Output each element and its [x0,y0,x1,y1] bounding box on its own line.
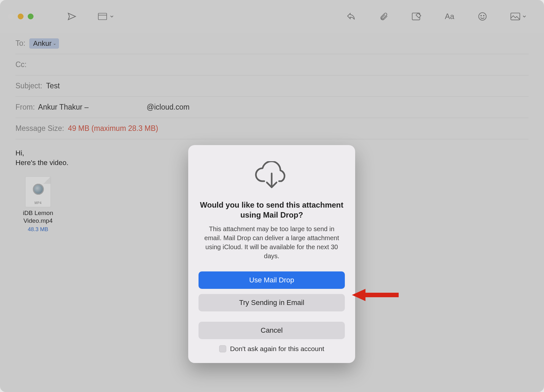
subject-label: Subject: [15,82,42,90]
svg-point-5 [483,15,484,16]
reply-icon [346,12,356,21]
attachment-item[interactable]: MP4 iDB Lemon Video.mp4 48.3 MB [15,176,61,233]
cc-row[interactable]: Cc: [15,54,529,75]
from-row[interactable]: From: Ankur Thakur – @icloud.com [15,97,529,118]
window-controls [8,14,34,19]
to-recipient-name: Ankur [33,39,52,48]
minimize-window-button[interactable] [18,14,24,19]
subject-row[interactable]: Subject: Test [15,75,529,97]
send-icon [67,12,77,21]
emoji-button[interactable] [473,9,492,24]
attachment-size: 48.3 MB [15,226,61,233]
dont-ask-label: Don't ask again for this account [230,345,324,353]
dialog-message: This attachment may be too large to send… [199,224,345,260]
chevron-down-icon [110,12,114,21]
compose-window: Aa To: Ankur ⌄ [0,0,544,392]
markup-icon [412,12,422,21]
dialog-title: Would you like to send this attachment u… [199,200,345,220]
from-label: From: [15,103,35,112]
svg-point-3 [479,13,486,20]
to-row[interactable]: To: Ankur ⌄ [15,33,529,54]
dont-ask-again-row[interactable]: Don't ask again for this account [199,345,345,353]
from-domain: @icloud.com [147,103,189,112]
header-fields-menu[interactable] [93,9,119,24]
annotation-arrow [352,287,400,304]
format-button[interactable]: Aa [440,9,459,24]
mail-drop-dialog: Would you like to send this attachment u… [188,145,355,363]
svg-rect-0 [98,13,107,20]
to-label: To: [15,39,25,48]
chevron-down-icon: ⌄ [53,41,56,46]
maximize-window-button[interactable] [28,14,34,19]
header-fields-icon [98,12,108,21]
use-mail-drop-button[interactable]: Use Mail Drop [199,271,345,289]
cancel-button[interactable]: Cancel [199,322,345,339]
chevron-down-icon [522,12,527,21]
subject-value: Test [46,82,60,90]
format-text-icon: Aa [445,12,454,21]
toolbar: Aa [0,0,544,33]
insert-photo-button[interactable] [506,9,531,24]
attachment-filename: iDB Lemon Video.mp4 [15,209,61,225]
photo-icon [510,12,520,21]
markup-button[interactable] [407,9,426,24]
to-recipient-chip[interactable]: Ankur ⌄ [29,38,59,49]
attachment-thumbnail: MP4 [25,176,51,207]
try-sending-email-button[interactable]: Try Sending in Email [199,294,345,311]
svg-point-4 [481,15,481,16]
attach-button[interactable] [374,9,393,24]
cc-label: Cc: [15,60,27,69]
from-name: Ankur Thakur – [38,103,89,112]
cloud-download-icon [199,161,345,191]
send-button[interactable] [63,9,81,24]
video-thumbnail-icon [33,184,44,195]
header-fields: To: Ankur ⌄ Cc: Subject: Test From: Anku… [0,33,544,139]
close-window-button[interactable] [8,14,14,19]
message-size-row: Message Size: 49 MB (maximum 28.3 MB) [15,118,529,139]
message-size-label: Message Size: [15,124,64,133]
emoji-icon [478,12,487,21]
paperclip-icon [379,12,389,21]
attachment-type-badge: MP4 [25,201,51,205]
reply-button[interactable] [342,9,360,24]
dont-ask-checkbox[interactable] [219,345,226,352]
message-size-warning: 49 MB (maximum 28.3 MB) [68,124,158,133]
